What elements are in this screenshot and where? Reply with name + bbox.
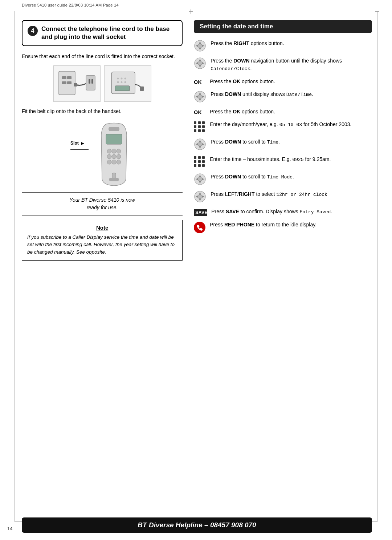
phone-image-area: [22, 65, 183, 102]
instruction-row-7: Enter the time – hours/minutes. E.g. 092…: [194, 156, 372, 168]
instruction-text: Press the OK options button.: [210, 108, 372, 116]
keypad-icon: [194, 156, 205, 168]
instruction-row-4: OK Press the OK options button.: [194, 108, 372, 116]
body-text-1: Ensure that each end of the line cord is…: [22, 53, 183, 60]
svg-point-25: [112, 154, 116, 159]
instructions-list: Press the RIGHT options button. Press th…: [194, 40, 372, 233]
keypad-icon: [194, 121, 205, 133]
svg-point-14: [121, 81, 122, 83]
svg-point-21: [107, 149, 111, 153]
instruction-row-6: Press DOWN to scroll to Time.: [194, 138, 372, 150]
divider-top: [22, 192, 183, 193]
instruction-text: Press SAVE to confirm. Display shows Ent…: [211, 208, 372, 216]
nav-icon: [194, 57, 206, 69]
slot-arrow-line: [70, 148, 90, 151]
svg-point-39: [198, 61, 202, 65]
note-text: If you subscribe to a Caller Display ser…: [27, 234, 177, 256]
svg-rect-8: [74, 83, 77, 86]
body-text-2: Fit the belt clip onto the back of the h…: [22, 108, 183, 115]
crosshair-right: [375, 9, 379, 14]
instruction-row-1: Press the DOWN navigation button until t…: [194, 57, 372, 73]
svg-point-22: [112, 149, 116, 153]
save-label: SAVE: [194, 209, 207, 216]
svg-rect-6: [89, 79, 90, 84]
section-header: Setting the date and time: [194, 20, 372, 33]
note-title: Note: [27, 225, 177, 231]
svg-rect-19: [109, 127, 119, 131]
wall-socket-illustration: [53, 65, 101, 102]
page-header: Diverse 5410 user guide 22/8/03 10:14 AM…: [22, 3, 119, 7]
svg-point-12: [124, 77, 126, 79]
svg-rect-1: [62, 76, 66, 79]
ok-label: OK: [194, 79, 205, 85]
instruction-row-10: SAVE Press SAVE to confirm. Display show…: [194, 208, 372, 216]
svg-point-13: [117, 81, 119, 83]
svg-rect-0: [59, 71, 75, 95]
step-number: 4: [28, 26, 38, 36]
instruction-text: Press DOWN to scroll to Time Mode.: [211, 173, 372, 181]
nav-icon: [194, 173, 206, 185]
instruction-text: Press RED PHONE to return to the idle di…: [210, 221, 372, 229]
phone-base-illustration: [104, 65, 151, 102]
svg-rect-20: [106, 134, 122, 144]
svg-rect-7: [91, 79, 93, 84]
step-title: Connect the telephone line cord to the b…: [41, 25, 177, 41]
svg-point-24: [107, 154, 111, 159]
nav-icon: [194, 190, 206, 203]
right-column: Setting the date and time Press the RIGH…: [190, 20, 372, 504]
svg-point-10: [117, 77, 119, 79]
nav-icon: [194, 90, 206, 103]
svg-point-45: [198, 94, 202, 99]
svg-rect-2: [67, 76, 72, 79]
svg-point-15: [124, 81, 126, 83]
svg-point-28: [112, 160, 116, 164]
instruction-row-0: Press the RIGHT options button.: [194, 40, 372, 52]
svg-point-27: [107, 160, 111, 164]
instruction-text: Press DOWN to scroll to Time.: [211, 138, 372, 146]
svg-point-33: [198, 44, 202, 48]
main-content: 4 Connect the telephone line cord to the…: [22, 20, 372, 504]
instruction-row-3: Press DOWN until display shows Date/Time…: [194, 90, 372, 103]
instruction-text: Press the OK options button.: [210, 78, 372, 85]
svg-point-63: [198, 194, 202, 199]
svg-rect-3: [62, 81, 66, 84]
ready-text: Your BT Diverse 5410 is now ready for us…: [22, 196, 183, 211]
instruction-row-2: OK Press the OK options button.: [194, 78, 372, 85]
instruction-text: Enter the time – hours/minutes. E.g. 092…: [210, 156, 372, 164]
note-box: Note If you subscribe to a Caller Displa…: [22, 220, 183, 261]
svg-rect-16: [115, 86, 130, 91]
instruction-row-5: Enter the day/month/year, e.g. 05 10 03 …: [194, 121, 372, 133]
instruction-row-8: Press DOWN to scroll to Time Mode.: [194, 173, 372, 185]
instruction-text: Press LEFT/RIGHT to select 12hr or 24hr …: [211, 190, 372, 198]
svg-point-11: [121, 77, 122, 79]
nav-icon: [194, 40, 206, 52]
crosshair-top: [189, 9, 193, 14]
svg-point-23: [117, 149, 121, 153]
ok-label: OK: [194, 109, 205, 115]
step-box: 4 Connect the telephone line cord to the…: [22, 20, 183, 46]
svg-point-51: [198, 142, 202, 146]
handset-illustration: [94, 120, 134, 189]
svg-point-26: [117, 154, 121, 159]
slot-arrow-icon: ►: [80, 140, 85, 146]
bottom-bar: BT Diverse Helpline – 08457 908 070: [22, 517, 372, 533]
slot-label: Slot ►: [70, 140, 90, 146]
svg-rect-31: [109, 178, 119, 181]
svg-rect-4: [67, 81, 72, 84]
instruction-text: Press DOWN until display shows Date/Time…: [211, 90, 372, 98]
nav-icon: [194, 138, 206, 150]
svg-rect-5: [86, 76, 95, 90]
instruction-text: Enter the day/month/year, e.g. 05 10 03 …: [210, 121, 372, 129]
svg-point-57: [198, 177, 202, 181]
slot-label-area: Slot ►: [70, 129, 90, 152]
instruction-text: Press the DOWN navigation button until t…: [211, 57, 372, 73]
handset-image-area: Slot ►: [22, 120, 183, 189]
instruction-text: Press the RIGHT options button.: [211, 40, 372, 47]
instruction-row-11: Press RED PHONE to return to the idle di…: [194, 221, 372, 233]
instruction-row-9: Press LEFT/RIGHT to select 12hr or 24hr …: [194, 190, 372, 203]
svg-rect-17: [140, 86, 144, 91]
red-phone-icon: [194, 222, 205, 233]
left-column: 4 Connect the telephone line cord to the…: [22, 20, 190, 504]
divider-bottom: [22, 215, 183, 215]
page-number: 14: [7, 526, 12, 531]
